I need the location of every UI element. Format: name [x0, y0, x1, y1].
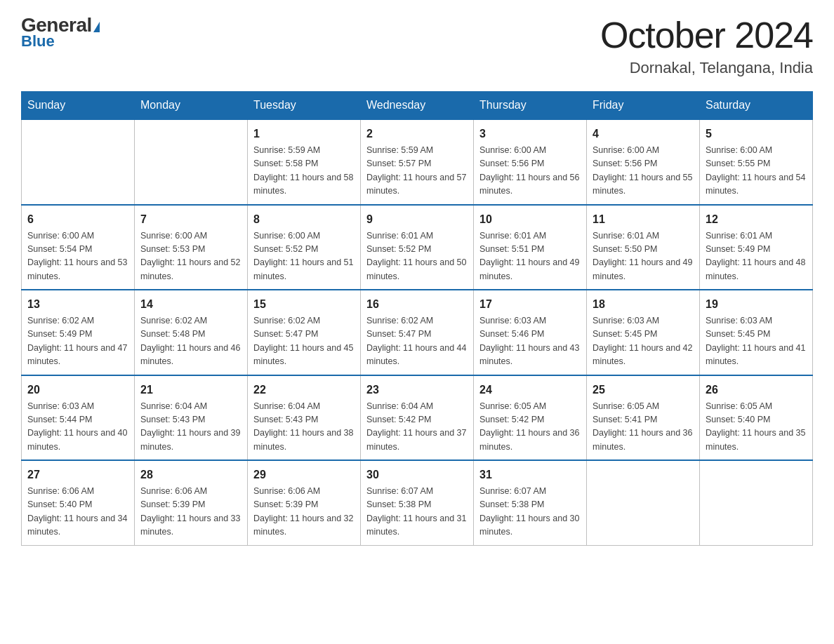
calendar-cell [700, 460, 813, 545]
day-info: Sunrise: 6:01 AMSunset: 5:51 PMDaylight:… [479, 229, 581, 284]
calendar-cell: 14Sunrise: 6:02 AMSunset: 5:48 PMDayligh… [135, 290, 248, 375]
day-info: Sunrise: 6:00 AMSunset: 5:52 PMDaylight:… [253, 229, 355, 284]
day-info: Sunrise: 6:04 AMSunset: 5:43 PMDaylight:… [253, 400, 355, 455]
calendar-cell: 24Sunrise: 6:05 AMSunset: 5:42 PMDayligh… [474, 375, 587, 461]
day-number: 16 [366, 296, 468, 313]
calendar-week-row: 27Sunrise: 6:06 AMSunset: 5:40 PMDayligh… [22, 460, 813, 545]
day-info: Sunrise: 6:00 AMSunset: 5:53 PMDaylight:… [140, 229, 241, 284]
day-info: Sunrise: 6:05 AMSunset: 5:41 PMDaylight:… [593, 400, 694, 455]
day-info: Sunrise: 6:01 AMSunset: 5:49 PMDaylight:… [706, 229, 807, 284]
day-number: 1 [253, 126, 355, 142]
day-info: Sunrise: 6:00 AMSunset: 5:56 PMDaylight:… [479, 144, 581, 199]
day-number: 30 [366, 467, 468, 483]
calendar-header-row: SundayMondayTuesdayWednesdayThursdayFrid… [22, 92, 813, 120]
calendar-header-friday: Friday [587, 92, 700, 120]
day-number: 17 [479, 296, 581, 313]
day-info: Sunrise: 6:00 AMSunset: 5:55 PMDaylight:… [706, 144, 807, 199]
calendar-cell: 4Sunrise: 6:00 AMSunset: 5:56 PMDaylight… [587, 119, 700, 205]
day-info: Sunrise: 6:03 AMSunset: 5:45 PMDaylight:… [593, 314, 694, 369]
day-number: 5 [706, 126, 807, 142]
calendar-header-thursday: Thursday [474, 92, 587, 120]
day-info: Sunrise: 6:06 AMSunset: 5:40 PMDaylight:… [27, 485, 128, 539]
day-number: 29 [253, 467, 355, 483]
day-number: 14 [140, 296, 241, 313]
calendar-cell: 11Sunrise: 6:01 AMSunset: 5:50 PMDayligh… [587, 205, 700, 290]
day-number: 31 [479, 467, 581, 483]
day-info: Sunrise: 6:02 AMSunset: 5:47 PMDaylight:… [253, 314, 355, 369]
day-number: 21 [140, 382, 241, 398]
calendar-cell [587, 460, 700, 545]
calendar-cell: 12Sunrise: 6:01 AMSunset: 5:49 PMDayligh… [700, 205, 813, 290]
day-info: Sunrise: 6:04 AMSunset: 5:42 PMDaylight:… [366, 400, 468, 455]
day-number: 23 [366, 382, 468, 398]
calendar-header-tuesday: Tuesday [248, 92, 361, 120]
calendar-cell: 8Sunrise: 6:00 AMSunset: 5:52 PMDaylight… [248, 205, 361, 290]
calendar-cell: 21Sunrise: 6:04 AMSunset: 5:43 PMDayligh… [135, 375, 248, 461]
calendar-cell: 15Sunrise: 6:02 AMSunset: 5:47 PMDayligh… [248, 290, 361, 375]
day-number: 13 [27, 296, 128, 313]
calendar-cell: 1Sunrise: 5:59 AMSunset: 5:58 PMDaylight… [248, 119, 361, 205]
day-number: 18 [593, 296, 694, 313]
calendar-header-saturday: Saturday [700, 92, 813, 120]
calendar-header-monday: Monday [135, 92, 248, 120]
day-info: Sunrise: 6:01 AMSunset: 5:52 PMDaylight:… [366, 229, 468, 284]
calendar-cell: 31Sunrise: 6:07 AMSunset: 5:38 PMDayligh… [474, 460, 587, 545]
day-info: Sunrise: 6:06 AMSunset: 5:39 PMDaylight:… [253, 485, 355, 539]
calendar-week-row: 1Sunrise: 5:59 AMSunset: 5:58 PMDaylight… [22, 119, 813, 205]
day-info: Sunrise: 5:59 AMSunset: 5:57 PMDaylight:… [366, 144, 468, 199]
calendar-cell: 13Sunrise: 6:02 AMSunset: 5:49 PMDayligh… [22, 290, 135, 375]
calendar-cell: 16Sunrise: 6:02 AMSunset: 5:47 PMDayligh… [361, 290, 474, 375]
day-info: Sunrise: 6:03 AMSunset: 5:44 PMDaylight:… [27, 400, 128, 455]
calendar-cell: 27Sunrise: 6:06 AMSunset: 5:40 PMDayligh… [22, 460, 135, 545]
calendar-cell: 28Sunrise: 6:06 AMSunset: 5:39 PMDayligh… [135, 460, 248, 545]
logo: General Blue [21, 14, 100, 51]
day-number: 8 [253, 211, 355, 228]
logo-blue: Blue [21, 32, 55, 51]
day-info: Sunrise: 6:00 AMSunset: 5:56 PMDaylight:… [593, 144, 694, 199]
calendar-cell: 22Sunrise: 6:04 AMSunset: 5:43 PMDayligh… [248, 375, 361, 461]
day-info: Sunrise: 6:02 AMSunset: 5:48 PMDaylight:… [140, 314, 241, 369]
day-number: 3 [479, 126, 581, 142]
calendar-cell: 10Sunrise: 6:01 AMSunset: 5:51 PMDayligh… [474, 205, 587, 290]
day-info: Sunrise: 6:05 AMSunset: 5:42 PMDaylight:… [479, 400, 581, 455]
day-number: 15 [253, 296, 355, 313]
title-section: October 2024 Dornakal, Telangana, India [600, 14, 813, 77]
calendar-cell: 23Sunrise: 6:04 AMSunset: 5:42 PMDayligh… [361, 375, 474, 461]
month-title: October 2024 [600, 14, 813, 56]
calendar-cell: 3Sunrise: 6:00 AMSunset: 5:56 PMDaylight… [474, 119, 587, 205]
day-number: 27 [27, 467, 128, 483]
calendar-cell: 18Sunrise: 6:03 AMSunset: 5:45 PMDayligh… [587, 290, 700, 375]
day-info: Sunrise: 6:05 AMSunset: 5:40 PMDaylight:… [706, 400, 807, 455]
day-info: Sunrise: 6:03 AMSunset: 5:46 PMDaylight:… [479, 314, 581, 369]
calendar-cell: 30Sunrise: 6:07 AMSunset: 5:38 PMDayligh… [361, 460, 474, 545]
calendar-cell: 7Sunrise: 6:00 AMSunset: 5:53 PMDaylight… [135, 205, 248, 290]
day-number: 9 [366, 211, 468, 228]
day-info: Sunrise: 6:06 AMSunset: 5:39 PMDaylight:… [140, 485, 241, 539]
day-info: Sunrise: 6:00 AMSunset: 5:54 PMDaylight:… [27, 229, 128, 284]
day-number: 4 [593, 126, 694, 142]
calendar-week-row: 13Sunrise: 6:02 AMSunset: 5:49 PMDayligh… [22, 290, 813, 375]
day-number: 7 [140, 211, 241, 228]
calendar-cell [22, 119, 135, 205]
calendar-table: SundayMondayTuesdayWednesdayThursdayFrid… [21, 91, 813, 546]
day-number: 10 [479, 211, 581, 228]
calendar-cell: 29Sunrise: 6:06 AMSunset: 5:39 PMDayligh… [248, 460, 361, 545]
calendar-cell: 2Sunrise: 5:59 AMSunset: 5:57 PMDaylight… [361, 119, 474, 205]
day-info: Sunrise: 6:02 AMSunset: 5:47 PMDaylight:… [366, 314, 468, 369]
calendar-cell: 6Sunrise: 6:00 AMSunset: 5:54 PMDaylight… [22, 205, 135, 290]
calendar-cell: 25Sunrise: 6:05 AMSunset: 5:41 PMDayligh… [587, 375, 700, 461]
day-number: 20 [27, 382, 128, 398]
location-title: Dornakal, Telangana, India [600, 59, 813, 77]
calendar-cell: 5Sunrise: 6:00 AMSunset: 5:55 PMDaylight… [700, 119, 813, 205]
calendar-cell: 9Sunrise: 6:01 AMSunset: 5:52 PMDaylight… [361, 205, 474, 290]
day-number: 22 [253, 382, 355, 398]
calendar-cell: 20Sunrise: 6:03 AMSunset: 5:44 PMDayligh… [22, 375, 135, 461]
calendar-cell: 17Sunrise: 6:03 AMSunset: 5:46 PMDayligh… [474, 290, 587, 375]
calendar-header-sunday: Sunday [22, 92, 135, 120]
day-number: 2 [366, 126, 468, 142]
day-number: 11 [593, 211, 694, 228]
day-number: 24 [479, 382, 581, 398]
logo-triangle-icon [93, 22, 100, 32]
day-number: 19 [706, 296, 807, 313]
day-info: Sunrise: 6:03 AMSunset: 5:45 PMDaylight:… [706, 314, 807, 369]
